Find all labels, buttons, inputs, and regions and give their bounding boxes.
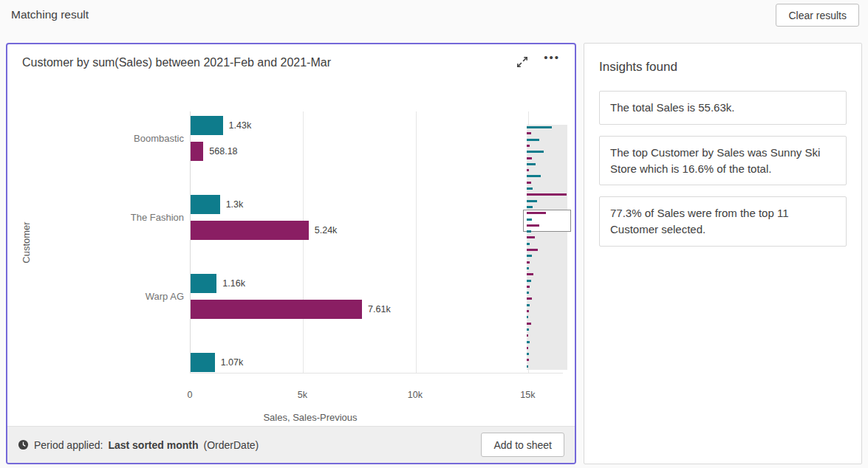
minimap-bar [527,273,533,275]
minimap-bar [527,304,530,306]
period-applied-field: (OrderDate) [204,439,259,451]
minimap-bar [527,328,529,331]
minimap-bar [527,365,528,368]
minimap-bar [527,218,532,221]
page-title: Matching result [11,8,89,21]
minimap-bar [527,126,552,128]
x-tick-label: 10k [408,390,423,400]
clock-icon [18,439,29,450]
expand-icon[interactable] [516,55,529,69]
y-category-label: Warp AG [146,291,184,302]
period-applied-label: Period applied: [34,439,103,451]
x-axis-ticks: 05k10k15k [190,390,563,402]
more-options-icon[interactable]: ••• [544,51,560,63]
topbar: Matching result Clear results [0,0,868,32]
plot-area: Boombastic1.43k568.18The Fashion1.3k5.24… [190,111,563,374]
minimap-bar [527,323,531,325]
chart-title: Customer by sum(Sales) between 2021-Feb … [22,56,331,69]
minimap-bar [527,359,529,361]
insights-panel: Insights found The total Sales is 55.63k… [584,43,862,464]
bar-sales[interactable] [191,195,220,214]
bar-sales-previous[interactable] [191,221,309,240]
minimap-bar [527,212,546,214]
bar-value-label: 7.61k [368,304,391,314]
minimap-bar [527,230,531,233]
minimap-bar [527,243,530,245]
x-tick-label: 0 [188,390,193,400]
bar-value-label: 1.3k [226,199,244,210]
bar-value-label: 1.43k [229,120,252,131]
minimap-bar [527,163,536,165]
minimap-bar [527,182,531,184]
chart-card-footer: Period applied: Last sorted month (Order… [7,426,575,463]
minimap-bar [527,297,532,300]
y-category-label: Boombastic [134,133,184,144]
insight-card: The total Sales is 55.63k. [599,91,847,125]
minimap[interactable] [527,125,567,370]
minimap-bar [527,187,533,190]
insight-card: The top Customer by Sales was Sunny Ski … [599,136,847,186]
x-tick-label: 5k [298,390,307,400]
bar-value-label: 1.16k [222,278,245,289]
gridline [303,111,304,373]
minimap-bar [527,316,528,318]
minimap-bar [527,347,528,349]
minimap-bar [527,151,544,153]
minimap-bar [527,139,539,141]
insights-title: Insights found [599,60,847,75]
insight-text: The total Sales is 55.63k. [610,101,734,114]
minimap-bar [527,341,530,343]
bar-value-label: 1.07k [221,357,244,368]
clear-results-button[interactable]: Clear results [776,4,859,27]
minimap-bar [527,280,531,282]
minimap-bar [527,310,529,312]
minimap-bar [527,292,529,294]
minimap-bar [527,132,531,134]
gridline [416,111,417,373]
minimap-bar [527,255,532,257]
bar-sales-previous[interactable] [191,142,203,161]
y-axis-title: Customer [18,111,34,374]
minimap-bar [527,175,541,177]
minimap-bar [527,353,529,355]
minimap-bar [527,267,529,269]
minimap-bar [527,169,529,171]
period-applied-value: Last sorted month [108,439,198,451]
insight-card: 77.3% of Sales were from the top 11 Cust… [599,196,847,247]
minimap-bar [527,249,538,251]
bar-sales-previous[interactable] [191,300,362,319]
bar-sales[interactable] [191,274,216,293]
chart-card-header: Customer by sum(Sales) between 2021-Feb … [7,44,575,80]
minimap-bar [527,193,567,196]
bar-value-label: 5.24k [315,225,338,235]
minimap-bar [527,236,535,238]
y-category-label: The Fashion [131,212,184,223]
minimap-bar [527,200,537,202]
y-axis-title-text: Customer [21,221,32,263]
page: { "page": { "title": "Matching result", … [0,0,868,468]
minimap-bar [527,157,532,159]
chart-card[interactable]: Customer by sum(Sales) between 2021-Feb … [6,43,576,464]
minimap-bar [527,145,530,147]
x-axis-title: Sales, Sales-Previous [126,412,495,423]
insight-text: The top Customer by Sales was Sunny Ski … [610,146,820,175]
minimap-bar [527,224,539,227]
bar-sales[interactable] [191,353,215,372]
x-tick-label: 15k [520,390,535,400]
bar-sales[interactable] [191,116,223,135]
bar-value-label: 568.18 [209,146,237,156]
minimap-bar [527,334,528,337]
minimap-bar [527,286,530,288]
add-to-sheet-button[interactable]: Add to sheet [481,433,564,457]
insight-text: 77.3% of Sales were from the top 11 Cust… [610,207,789,235]
minimap-bar [527,261,530,264]
minimap-bar [527,206,533,208]
